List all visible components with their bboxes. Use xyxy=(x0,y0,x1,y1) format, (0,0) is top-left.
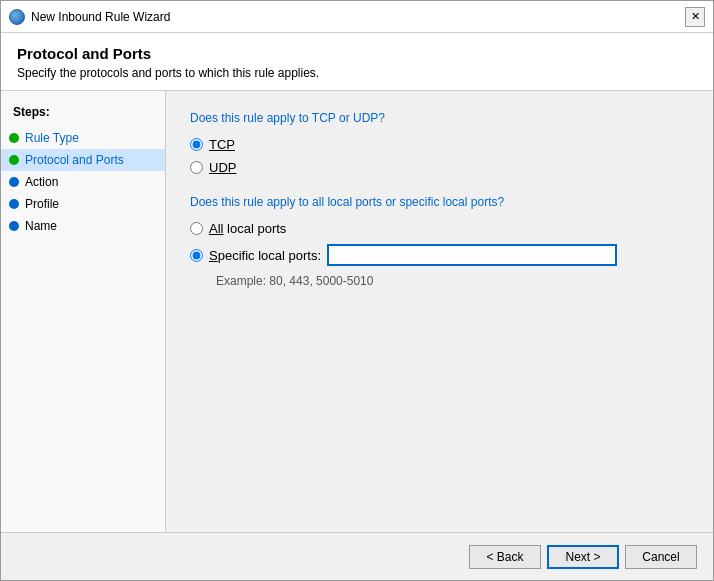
page-title: Protocol and Ports xyxy=(17,45,697,62)
all-ports-label-rest: local ports xyxy=(227,221,286,236)
sidebar-item-name[interactable]: Name xyxy=(1,215,165,237)
all-ports-radio-row: All local ports xyxy=(190,221,689,236)
specific-ports-radio[interactable] xyxy=(190,249,203,262)
window-title: New Inbound Rule Wizard xyxy=(31,10,170,24)
sidebar-item-rule-type[interactable]: Rule Type xyxy=(1,127,165,149)
window-icon xyxy=(9,9,25,25)
dot-icon xyxy=(9,155,19,165)
specific-ports-label-rest: pecific local ports: xyxy=(218,248,321,263)
header-section: Protocol and Ports Specify the protocols… xyxy=(1,33,713,91)
cancel-button[interactable]: Cancel xyxy=(625,545,697,569)
dot-icon xyxy=(9,133,19,143)
ports-section: Does this rule apply to all local ports … xyxy=(190,195,689,288)
dot-icon xyxy=(9,221,19,231)
udp-label-text: UDP xyxy=(209,160,236,175)
dot-icon xyxy=(9,177,19,187)
ports-example: Example: 80, 443, 5000-5010 xyxy=(216,274,689,288)
tcp-radio[interactable] xyxy=(190,138,203,151)
sidebar-item-label: Rule Type xyxy=(25,131,79,145)
udp-label[interactable]: UDP xyxy=(209,160,236,175)
ports-question: Does this rule apply to all local ports … xyxy=(190,195,689,209)
sidebar-item-protocol-ports[interactable]: Protocol and Ports xyxy=(1,149,165,171)
all-ports-label-text: All xyxy=(209,221,223,236)
specific-ports-label-text: S xyxy=(209,248,218,263)
all-ports-radio[interactable] xyxy=(190,222,203,235)
title-bar-left: New Inbound Rule Wizard xyxy=(9,9,170,25)
sidebar-item-action[interactable]: Action xyxy=(1,171,165,193)
sidebar: Steps: Rule Type Protocol and Ports Acti… xyxy=(1,91,166,532)
footer: < Back Next > Cancel xyxy=(1,532,713,580)
content-area: Steps: Rule Type Protocol and Ports Acti… xyxy=(1,91,713,532)
sidebar-item-label: Profile xyxy=(25,197,59,211)
tcp-label-text: TCP xyxy=(209,137,235,152)
dot-icon xyxy=(9,199,19,209)
udp-radio-row: UDP xyxy=(190,160,689,175)
main-panel: Does this rule apply to TCP or UDP? TCP … xyxy=(166,91,713,532)
next-button[interactable]: Next > xyxy=(547,545,619,569)
all-ports-label[interactable]: All local ports xyxy=(209,221,286,236)
page-subtitle: Specify the protocols and ports to which… xyxy=(17,66,697,80)
specific-ports-label[interactable]: Specific local ports: xyxy=(209,248,321,263)
tcp-radio-row: TCP xyxy=(190,137,689,152)
back-button[interactable]: < Back xyxy=(469,545,541,569)
sidebar-item-label: Action xyxy=(25,175,58,189)
tcp-udp-question: Does this rule apply to TCP or UDP? xyxy=(190,111,689,125)
sidebar-item-label: Name xyxy=(25,219,57,233)
steps-label: Steps: xyxy=(1,101,165,127)
ports-radio-group: All local ports Specific local ports: Ex… xyxy=(190,221,689,288)
close-button[interactable]: ✕ xyxy=(685,7,705,27)
udp-radio[interactable] xyxy=(190,161,203,174)
tcp-label[interactable]: TCP xyxy=(209,137,235,152)
tcp-udp-group: TCP UDP xyxy=(190,137,689,175)
title-bar: New Inbound Rule Wizard ✕ xyxy=(1,1,713,33)
sidebar-item-label: Protocol and Ports xyxy=(25,153,124,167)
wizard-window: New Inbound Rule Wizard ✕ Protocol and P… xyxy=(0,0,714,581)
sidebar-item-profile[interactable]: Profile xyxy=(1,193,165,215)
specific-ports-radio-row: Specific local ports: xyxy=(190,244,689,266)
specific-ports-input[interactable] xyxy=(327,244,617,266)
